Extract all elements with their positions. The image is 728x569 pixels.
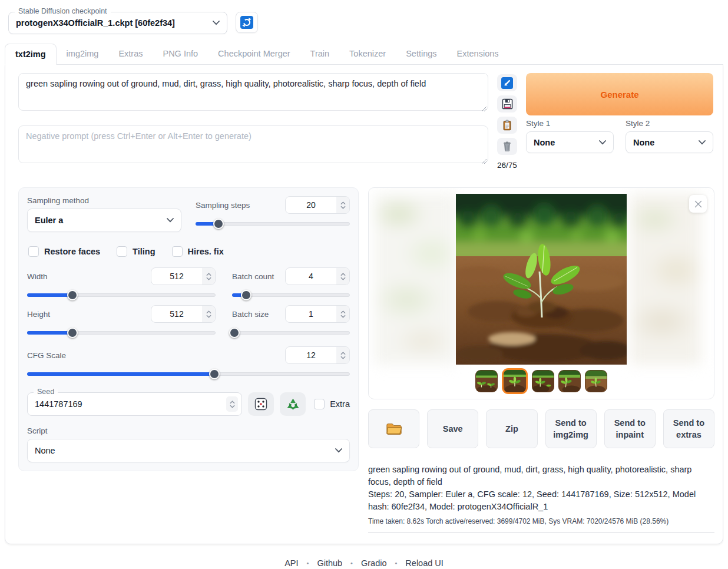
gallery-thumbnails	[369, 368, 714, 394]
output-buttons: Save Zip Send to img2img Send to inpaint…	[368, 409, 714, 448]
generation-info: green sapling rowing out of ground, mud,…	[368, 464, 714, 533]
floppy-disk-icon	[502, 98, 513, 110]
chevron-down-icon	[213, 21, 220, 25]
number-stepper[interactable]	[336, 306, 349, 322]
number-stepper[interactable]	[226, 396, 238, 412]
footer-link-reload-ui[interactable]: Reload UI	[405, 558, 443, 568]
generate-button[interactable]: Generate	[526, 73, 713, 115]
script-label: Script	[27, 426, 350, 435]
restore-faces-checkbox[interactable]: Restore faces	[28, 246, 100, 257]
tab-extensions[interactable]: Extensions	[447, 44, 509, 64]
trash-icon	[502, 141, 512, 152]
seed-input[interactable]: Seed 1441787169	[27, 392, 242, 416]
gallery-thumbnail-selected[interactable]	[502, 368, 528, 394]
gallery-blur-right	[630, 194, 701, 365]
hires-fix-checkbox[interactable]: Hires. fix	[172, 246, 224, 257]
tab-img2img[interactable]: img2img	[57, 44, 109, 64]
checkbox-box[interactable]	[117, 246, 127, 257]
tab-png-info[interactable]: PNG Info	[153, 44, 208, 64]
footer-link-api[interactable]: API	[284, 558, 298, 568]
checkbox-box[interactable]	[172, 246, 183, 257]
width-slider[interactable]	[27, 290, 216, 300]
checkbox-box[interactable]	[314, 399, 325, 409]
cfg-scale-slider[interactable]	[27, 369, 350, 379]
style2-label: Style 2	[626, 119, 713, 128]
gallery-thumbnail[interactable]	[558, 370, 581, 392]
random-seed-button[interactable]	[248, 392, 274, 416]
batch-size-slider[interactable]	[232, 327, 350, 338]
height-input[interactable]: 512	[151, 305, 216, 323]
checkpoint-value: protogenX34OfficialR_1.ckpt [60fe2f34]	[16, 18, 175, 28]
info-params: Steps: 20, Sampler: Euler a, CFG scale: …	[368, 488, 714, 513]
tab-txt2img[interactable]: txt2img	[5, 44, 57, 65]
clear-prompt-button[interactable]	[497, 138, 517, 155]
checkbox-box[interactable]	[28, 246, 39, 257]
recycle-icon	[286, 398, 300, 411]
checkpoint-header: Stable Diffusion checkpoint protogenX34O…	[0, 0, 728, 34]
sampling-method-dropdown[interactable]: Euler a	[27, 209, 181, 232]
tiling-checkbox[interactable]: Tiling	[117, 246, 155, 257]
number-stepper[interactable]	[202, 268, 215, 284]
save-style-button[interactable]	[497, 95, 517, 113]
sampling-steps-slider[interactable]	[196, 219, 350, 229]
batch-count-slider[interactable]	[232, 290, 350, 300]
width-input[interactable]: 512	[151, 267, 216, 285]
send-to-img2img-button[interactable]: Send to img2img	[545, 409, 597, 448]
footer: API• Github• Gradio• Reload UI python: 3…	[0, 558, 728, 569]
number-stepper[interactable]	[336, 268, 349, 284]
close-gallery-button[interactable]	[689, 195, 707, 213]
refresh-checkpoints-button[interactable]	[236, 12, 258, 33]
tab-checkpoint-merger[interactable]: Checkpoint Merger	[208, 44, 300, 64]
cfg-scale-label: CFG Scale	[27, 351, 66, 360]
checkpoint-dropdown[interactable]: Stable Diffusion checkpoint protogenX34O…	[8, 12, 227, 34]
send-to-extras-button[interactable]: Send to extras	[663, 409, 714, 448]
batch-count-label: Batch count	[232, 272, 274, 281]
open-folder-button[interactable]	[368, 409, 419, 448]
generated-image[interactable]	[456, 194, 627, 365]
tab-settings[interactable]: Settings	[396, 44, 446, 64]
txt2img-panel: green sapling rowing out of ground, mud,…	[5, 65, 723, 544]
save-button[interactable]: Save	[427, 409, 478, 448]
height-label: Height	[27, 310, 50, 319]
chevron-down-icon	[599, 140, 606, 145]
style1-label: Style 1	[526, 119, 614, 128]
arrow-down-left-icon	[501, 77, 513, 89]
prompt-input[interactable]: green sapling rowing out of ground, mud,…	[18, 73, 488, 111]
apply-style-button[interactable]	[497, 117, 517, 134]
tab-extras[interactable]: Extras	[108, 44, 153, 64]
zip-button[interactable]: Zip	[486, 409, 537, 448]
style2-dropdown[interactable]: None	[626, 131, 713, 153]
style1-value: None	[534, 138, 555, 147]
number-stepper[interactable]	[336, 347, 349, 363]
sampling-method-value: Euler a	[35, 216, 63, 225]
style1-dropdown[interactable]: None	[526, 131, 614, 153]
number-stepper[interactable]	[336, 197, 349, 213]
cfg-scale-input[interactable]: 12	[285, 346, 350, 364]
tab-train[interactable]: Train	[300, 44, 340, 64]
paste-generation-params-button[interactable]	[497, 74, 517, 91]
number-stepper[interactable]	[202, 306, 215, 322]
footer-link-github[interactable]: Github	[317, 558, 342, 568]
chevron-down-icon	[699, 140, 706, 145]
chevron-down-icon	[167, 218, 174, 223]
send-to-inpaint-button[interactable]: Send to inpaint	[604, 409, 656, 448]
script-value: None	[35, 446, 55, 455]
negative-prompt-input[interactable]	[18, 125, 488, 163]
script-dropdown[interactable]: None	[27, 439, 350, 462]
tab-tokenizer[interactable]: Tokenizer	[339, 44, 396, 64]
gallery-blur-left	[375, 194, 456, 365]
footer-link-gradio[interactable]: Gradio	[361, 558, 387, 568]
gallery-thumbnail[interactable]	[532, 370, 554, 392]
reuse-seed-button[interactable]	[280, 392, 306, 416]
batch-size-input[interactable]: 1	[285, 305, 350, 323]
extra-seed-checkbox[interactable]: Extra	[314, 399, 350, 409]
gallery-thumbnail[interactable]	[475, 370, 498, 392]
batch-count-input[interactable]: 4	[285, 267, 350, 285]
generation-settings-panel: Sampling method Euler a Sampling steps 2…	[18, 187, 359, 471]
height-slider[interactable]	[27, 327, 216, 338]
folder-icon	[386, 422, 402, 436]
sampling-steps-input[interactable]: 20	[285, 196, 350, 214]
info-performance: Time taken: 8.62s Torch active/reserved:…	[368, 517, 714, 527]
gallery-thumbnail[interactable]	[585, 370, 607, 392]
sampling-method-label: Sampling method	[27, 196, 181, 205]
